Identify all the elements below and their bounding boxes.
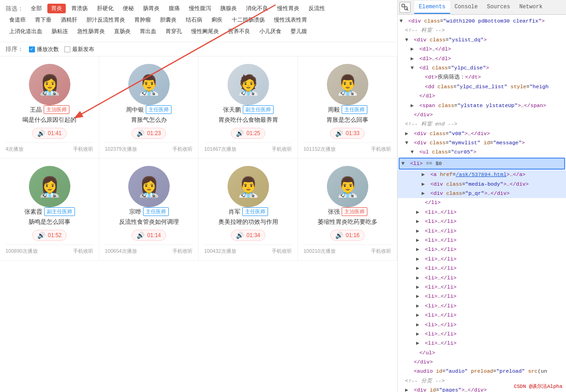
tree-line[interactable]: ▶ <li>…</li> — [398, 330, 566, 339]
tree-line[interactable]: ▶ <li>…</li> — [398, 339, 566, 348]
tree-line[interactable]: ▶ <audio id="audio" preload="preload" sr… — [398, 367, 566, 376]
filter-tag-chronic-appendicitis[interactable]: 慢性阑尾炎 — [188, 27, 223, 36]
filter-tag-chronic-diarrhea[interactable]: 慢性腹泻 — [185, 4, 215, 13]
filter-tag-duodenum[interactable]: 十二指肠溃疡 — [228, 15, 269, 25]
tree-line[interactable]: ▶ <dl>…</dl> — [398, 54, 566, 63]
sort-latest[interactable]: 最新发布 — [64, 45, 94, 53]
tree-line[interactable]: ▼ <dl class="ylpc_dise"> — [398, 63, 566, 73]
audio-bar-6[interactable]: 🔊 01:34 — [231, 230, 265, 241]
listen-label-1[interactable]: 手机收听 — [172, 146, 193, 153]
filter-tag-anorexia[interactable]: 小儿厌食 — [256, 27, 285, 36]
tree-line[interactable]: <!-- 科室 end --> — [398, 119, 566, 129]
latest-checkbox[interactable] — [64, 46, 70, 52]
doctor-card-0[interactable]: 👩‍⚕️ 王晶 主治医师 喝是什么原因引起的 🔊 01:41 4次播放 手机收听 — [0, 57, 99, 159]
audio-bar-3[interactable]: 🔊 01:33 — [330, 128, 365, 139]
filter-tag-gastric-tumor[interactable]: 胃肿瘤 — [131, 15, 154, 25]
filter-tag-perforation[interactable]: 胃穿孔 — [162, 27, 186, 36]
filter-tag-gastric-bleed[interactable]: 胃出血 — [136, 27, 160, 36]
doctor-card-4[interactable]: 👩‍⚕️ 张素霞 副主任医师 肠鸣是怎么回事 🔊 01:52 100890次播放… — [0, 159, 99, 261]
tree-line[interactable]: ▼ <div class="width1200 pdBottom30 clear… — [398, 17, 566, 26]
listen-label-2[interactable]: 手机收听 — [272, 146, 292, 153]
tree-line[interactable]: ▼ <div class="mymvlist" id="message"> — [398, 138, 566, 148]
listen-label-0[interactable]: 手机收听 — [73, 146, 93, 153]
filter-tag-gastroenteritis[interactable]: 肠胃炎 — [139, 4, 163, 13]
filter-tag-all[interactable]: 全部 — [27, 4, 46, 13]
filter-tag-esophageal[interactable]: 食道癌 — [6, 15, 29, 25]
tree-line[interactable]: ▶ <li>…</li> — [398, 236, 566, 245]
tree-line[interactable]: ▶ <dt>疾病筛选：</dt> — [398, 73, 566, 82]
tree-line[interactable]: ▶ <div class="v08">…</div> — [398, 129, 566, 138]
filter-tag-pancreatitis[interactable]: 胰腺炎 — [217, 4, 240, 13]
tree-line[interactable]: ▼ <ul class="cur05"> — [398, 148, 566, 157]
tree-line[interactable]: ▶ <dl>…</dl> — [398, 45, 566, 54]
tree-line[interactable]: ▶ <div class="media-body">…</div> — [398, 180, 566, 189]
tab-network[interactable]: Network — [515, 1, 547, 14]
audio-bar-4[interactable]: 🔊 01:52 — [32, 230, 67, 241]
filter-tag-stomach-inflammation[interactable]: 胃炎 — [47, 4, 66, 13]
doctor-card-3[interactable]: 👨‍⚕️ 周毅 主任医师 胃胀是怎么回事 🔊 01:33 101152次播放 手… — [298, 57, 397, 159]
audio-bar-7[interactable]: 🔊 01:16 — [330, 230, 365, 241]
filter-tag-alcoholic-liver[interactable]: 酒精肝 — [57, 15, 81, 25]
tree-line[interactable]: ▶ </li> — [398, 198, 566, 207]
plays-checkbox[interactable] — [29, 46, 35, 52]
tree-line[interactable]: ▶ <li>…</li> — [398, 311, 566, 320]
tree-line[interactable]: ▶ </div> — [398, 358, 566, 367]
filter-tag-acute-gastroenteritis[interactable]: 急性肠胃炎 — [74, 27, 109, 36]
tree-line[interactable]: ▶ <li>…</li> — [398, 245, 566, 254]
tree-line[interactable]: ▶ <li>…</li> — [398, 320, 566, 330]
tree-line[interactable]: ▼ <div class="yslist_dq"> — [398, 35, 566, 45]
tree-line-highlighted[interactable]: ▼ <li> == $0 — [399, 158, 565, 170]
filter-tag-proctitis[interactable]: 直肠炎 — [110, 27, 134, 36]
tree-line[interactable]: ▶ </dl> — [398, 91, 566, 101]
tree-line[interactable]: ▶ <li>…</li> — [398, 301, 566, 311]
doctor-card-5[interactable]: 👩‍⚕️ 宗哗 主任医师 反流性食管炎如何调理 🔊 01:14 100654次播… — [99, 159, 199, 261]
filter-tag-reflux[interactable]: 反流性 — [305, 4, 329, 13]
tree-line[interactable]: ▶ <dd class="ylpc_dise_list" style="heig… — [398, 82, 566, 91]
listen-label-4[interactable]: 手机收听 — [73, 248, 93, 255]
filter-tag-intestinal-adhesion[interactable]: 肠粘连 — [48, 27, 72, 36]
doctor-card-6[interactable]: 👨‍⚕️ 肖军 主任医师 奥美拉唑的功效与作用 🔊 01:34 100432次播… — [199, 159, 298, 261]
filter-tag-infant[interactable]: 婴儿腹 — [287, 27, 311, 36]
sort-plays[interactable]: 播放次数 — [29, 45, 59, 53]
audio-bar-1[interactable]: 🔊 01:23 — [131, 128, 166, 139]
filter-tag-bile-reflux[interactable]: 胆汁反流性胃炎 — [83, 15, 129, 25]
tree-line[interactable]: ▶ <li>…</li> — [398, 273, 566, 283]
tree-line[interactable]: ▶ <li>…</li> — [398, 283, 566, 292]
tree-line[interactable]: ▶ <li>…</li> — [398, 208, 566, 217]
filter-tag-liver[interactable]: 肝硬化 — [93, 4, 117, 13]
tree-line[interactable]: ▶ <div class="p_qr">…</div> — [398, 189, 566, 198]
listen-label-7[interactable]: 手机收听 — [371, 248, 391, 255]
filter-tag-dysentery[interactable]: 痢疾 — [208, 15, 226, 25]
filter-tag-stones[interactable]: 结石病 — [182, 15, 206, 25]
doctor-card-7[interactable]: 👨‍⚕️ 张强 主治医师 萎缩性胃炎吃药要吃多 🔊 01:16 100210次播… — [298, 159, 397, 261]
filter-tag-constipation[interactable]: 便秘 — [119, 4, 137, 13]
filter-tag-superficial[interactable]: 慢性浅表性胃 — [270, 15, 311, 25]
filter-tag-malnutrition[interactable]: 营养不良 — [224, 27, 254, 36]
element-selector-button[interactable] — [400, 2, 411, 13]
filter-tag-chronic-stomach[interactable]: 慢性胃炎 — [274, 4, 303, 13]
audio-bar-5[interactable]: 🔊 01:14 — [131, 230, 166, 241]
tree-line[interactable]: ▶ </div> — [398, 110, 566, 119]
filter-tag-cholecystitis[interactable]: 胆囊炎 — [156, 15, 180, 25]
tab-elements[interactable]: Elements — [414, 1, 450, 14]
tree-line[interactable]: ▶ <span class="ylstate ylstateUp">…</spa… — [398, 101, 566, 110]
audio-bar-2[interactable]: 🔊 01:25 — [231, 128, 265, 139]
doctor-card-2[interactable]: 🧑‍⚕️ 张天鹏 副主任医师 胃炎吃什么食物最养胃 🔊 01:25 101867… — [199, 57, 298, 159]
listen-label-5[interactable]: 手机收听 — [172, 248, 193, 255]
listen-label-6[interactable]: 手机收听 — [272, 248, 292, 255]
filter-tag-upper-gi-bleed[interactable]: 上消化道出血 — [6, 27, 46, 36]
tree-line[interactable]: ▶ <li>…</li> — [398, 217, 566, 226]
filter-tag-indigestion[interactable]: 消化不良 — [242, 4, 272, 13]
filter-tag-ulcer[interactable]: 胃溃疡 — [68, 4, 91, 13]
tree-line[interactable]: ▶ <li>…</li> — [398, 264, 566, 273]
tree-line[interactable]: ▶ <a href=/ask/537894.html>…</a> — [398, 170, 566, 179]
tree-line[interactable]: ▶ <li>…</li> — [398, 292, 566, 301]
filter-tag-pain[interactable]: 腹痛 — [165, 4, 183, 13]
tree-line[interactable]: ▶ </ul> — [398, 348, 566, 358]
tree-line[interactable]: <!-- 科室 --> — [398, 26, 566, 35]
doctor-card-1[interactable]: 👨‍⚕️ 周中银 主任医师 胃胀气怎么办 🔊 01:23 102379次播放 手… — [99, 57, 199, 159]
tree-line[interactable]: ▶ <li>…</li> — [398, 255, 566, 264]
filter-tag-gastroptosis[interactable]: 胃下垂 — [31, 15, 55, 25]
tab-console[interactable]: Console — [450, 1, 482, 14]
listen-label-3[interactable]: 手机收听 — [371, 146, 391, 153]
